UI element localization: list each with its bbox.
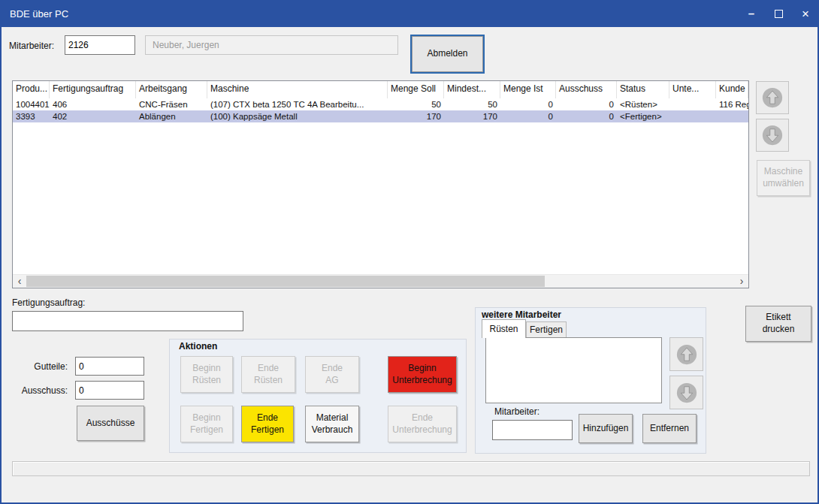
column-header-kunde[interactable]: Kunde [716,81,748,98]
aktionen-group: Aktionen Beginn Rüsten Ende Rüsten Ende … [169,339,467,453]
cell-menge-ist: 0 [500,98,556,110]
maximize-button[interactable] [765,0,792,27]
status-bar [12,461,810,476]
column-header-maschine[interactable]: Maschine [207,81,388,98]
orders-table[interactable]: Produ... Fertigungsauftrag Arbeitsgang M… [12,80,749,288]
weitere-mitarbeiter-title: weitere Mitarbeiter [482,309,561,320]
tab-fertigen[interactable]: Fertigen [526,321,567,338]
mitarbeiter-listbox[interactable] [485,337,662,403]
row-up-button[interactable] [756,81,789,114]
maximize-icon [775,10,783,18]
gutteile-input[interactable] [75,357,144,376]
ausschuss-input[interactable] [75,381,144,400]
weitere-mitarbeiter-group: weitere Mitarbeiter Rüsten Fertigen Mita… [475,307,706,454]
weitere-mitarbeiter-label: Mitarbeiter: [494,406,539,417]
ausschuesse-button[interactable]: Ausschüsse [77,406,144,441]
cell-arbeitsgang: CNC-Fräsen [136,98,207,110]
ende-ag-button[interactable]: Ende AG [305,356,359,393]
cell-produkt: 3393 [13,110,50,122]
mitarbeiter-down-button[interactable] [669,376,703,409]
table-header: Produ... Fertigungsauftrag Arbeitsgang M… [13,81,748,98]
scroll-left-icon[interactable]: ‹ [13,276,26,287]
column-header-unterbrechung[interactable]: Unte... [669,81,716,98]
ende-unterbrechung-button[interactable]: Ende Unterbrechung [388,406,457,442]
table-row[interactable]: 1004401 406 CNC-Fräsen (107) CTX beta 12… [13,98,748,110]
arrow-down-icon [675,382,698,404]
material-verbrauch-button[interactable]: Material Verbrauch [305,406,359,442]
row-down-button[interactable] [756,119,789,152]
minimize-icon: – [748,10,754,17]
title-bar: BDE über PC – × [0,0,819,27]
fertigungsauftrag-input[interactable] [12,311,243,331]
cell-menge-soll: 50 [388,98,444,110]
ausschuss-label: Ausschuss: [15,385,68,396]
cell-maschine: (100) Kappsäge Metall [207,110,388,122]
gutteile-label: Gutteile: [23,361,68,372]
cell-ausschuss: 0 [556,110,617,122]
tab-ruesten[interactable]: Rüsten [482,319,526,338]
mitarbeiter-name-field: Neuber, Juergen [145,35,398,55]
fertigungsauftrag-label: Fertigungsauftrag: [12,297,85,308]
scroll-right-icon[interactable]: › [735,276,748,287]
cell-mindest: 170 [444,110,500,122]
column-header-menge-ist[interactable]: Menge Ist [500,81,556,98]
cell-kunde [716,110,748,122]
cell-ausschuss: 0 [556,98,617,110]
beginn-unterbrechung-button[interactable]: Beginn Unterbrechung [388,356,457,393]
cell-unterbrechung [669,98,716,110]
cell-kunde: 116 Reg [716,98,748,110]
column-header-mindest[interactable]: Mindest... [444,81,500,98]
cell-unterbrechung [669,110,716,122]
beginn-fertigen-button[interactable]: Beginn Fertigen [180,406,233,442]
weitere-mitarbeiter-input[interactable] [492,420,573,440]
hinzufuegen-button[interactable]: Hinzufügen [579,414,633,443]
column-header-fertigungsauftrag[interactable]: Fertigungsauftrag [50,81,136,98]
abmelden-button[interactable]: Abmelden [412,36,483,72]
ende-fertigen-button[interactable]: Ende Fertigen [241,406,294,442]
column-header-status[interactable]: Status [617,81,669,98]
app-window: BDE über PC – × Mitarbeiter: Neuber, Jue… [0,0,819,504]
aktionen-title: Aktionen [179,341,217,352]
cell-maschine: (107) CTX beta 1250 TC 4A Bearbeitu... [207,98,388,110]
window-title: BDE über PC [10,8,68,20]
arrow-up-icon [761,86,784,109]
etikett-drucken-button[interactable]: Etikett drucken [745,306,811,342]
scrollbar-thumb[interactable] [26,276,545,287]
horizontal-scrollbar[interactable]: ‹ › [13,274,748,288]
cell-arbeitsgang: Ablängen [136,110,207,122]
cell-produkt: 1004401 [13,98,50,110]
mitarbeiter-id-input[interactable] [65,35,135,55]
close-button[interactable]: × [792,0,819,27]
arrow-down-icon [761,124,784,146]
column-header-arbeitsgang[interactable]: Arbeitsgang [136,81,207,98]
table-row-selected[interactable]: 3393 402 Ablängen (100) Kappsäge Metall … [13,110,748,122]
cell-status: <Fertigen> [617,110,669,122]
column-header-produkt[interactable]: Produ... [13,81,50,98]
cell-menge-soll: 170 [388,110,444,122]
cell-status: <Rüsten> [617,98,669,110]
cell-mindest: 50 [444,98,500,110]
cell-fertigungsauftrag: 406 [50,98,136,110]
column-header-ausschuss[interactable]: Ausschuss [556,81,617,98]
close-icon: × [802,8,809,20]
mitarbeiter-label: Mitarbeiter: [9,41,54,51]
window-controls: – × [738,0,819,27]
column-header-menge-soll[interactable]: Menge Soll [388,81,444,98]
mitarbeiter-up-button[interactable] [669,337,703,371]
minimize-button[interactable]: – [738,0,765,27]
entfernen-button[interactable]: Entfernen [642,414,697,443]
cell-fertigungsauftrag: 402 [50,110,136,122]
maschine-umwaehlen-button[interactable]: Maschine umwählen [757,160,810,196]
beginn-ruesten-button[interactable]: Beginn Rüsten [180,356,233,393]
cell-menge-ist: 0 [500,110,556,122]
ende-ruesten-button[interactable]: Ende Rüsten [241,356,295,393]
arrow-up-icon [675,343,698,366]
